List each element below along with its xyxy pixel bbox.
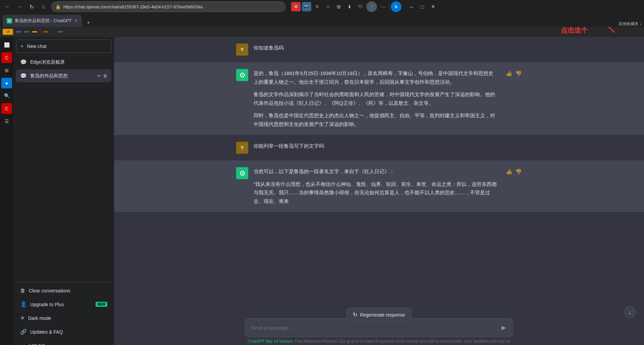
updates-label: Updates & FAQ bbox=[30, 329, 63, 335]
ai-para-1-0: 是的，鲁迅（1881年9月25日-1936年10月19日），原名周樟寿，字豫山，… bbox=[254, 69, 498, 86]
close-button[interactable]: ✕ bbox=[428, 2, 438, 11]
user-icon: 👤 bbox=[20, 301, 27, 307]
trash-icon-2: 🗑 bbox=[20, 288, 25, 294]
tab-close-icon[interactable]: ✕ bbox=[74, 18, 78, 23]
chevron-right-icon: › bbox=[640, 22, 641, 26]
ai-avatar-2: ⊙ bbox=[236, 167, 248, 179]
user-message-1: Y 你知道鲁迅吗 bbox=[114, 37, 644, 62]
user-message-2: Y 你能列举一段鲁迅写下的文字吗 bbox=[114, 135, 644, 160]
forward-icon: → bbox=[17, 4, 22, 10]
footer-text: ChatGPT Mar 14 Version. Free Research Pr… bbox=[245, 337, 513, 345]
profile-avatar[interactable]: 👤 bbox=[366, 1, 377, 12]
forward-button[interactable]: → bbox=[15, 2, 24, 11]
new-chat-button[interactable]: + New chat bbox=[16, 40, 111, 53]
bookmark-3[interactable] bbox=[24, 31, 29, 32]
trash-icon[interactable]: 🗑 bbox=[103, 73, 107, 78]
thumbup-button-2[interactable]: 👍 bbox=[506, 168, 513, 175]
message-input[interactable] bbox=[251, 325, 497, 331]
url-text: https://chat.openai.com/chat/a9155367-29… bbox=[63, 4, 281, 9]
edge-sidebar: ⬜ C ⊞ ● 🔍 C ☰ + bbox=[0, 37, 13, 345]
scroll-down-button[interactable]: ↓ bbox=[624, 306, 636, 318]
back-button[interactable]: ← bbox=[3, 2, 12, 11]
ai-para-1-1: 鲁迅的文学作品深刻揭示了当时社会的黑暗面和人民的苦难，对中国现代文学的发展产生了… bbox=[254, 90, 498, 107]
link-icon: 🔗 bbox=[20, 329, 27, 335]
maximize-button[interactable]: □ bbox=[418, 2, 427, 11]
toolbar-btn-shield[interactable]: 🛡 bbox=[356, 2, 365, 11]
edge-icon-tab[interactable]: ⬜ bbox=[1, 40, 12, 50]
address-bar[interactable]: 🔒 https://chat.openai.com/chat/a9155367-… bbox=[51, 1, 286, 12]
active-tab[interactable]: AI 鲁迅的作品和思想 - ChatGPT ✕ bbox=[3, 15, 82, 27]
send-button[interactable]: ▶ bbox=[500, 323, 507, 333]
toolbar-btn-download[interactable]: ⬇ bbox=[345, 2, 354, 11]
toolbar-btn-1[interactable]: ⚙ bbox=[291, 2, 301, 11]
more-button[interactable]: ⋯ bbox=[378, 2, 388, 11]
edge-icon-c2[interactable]: C bbox=[1, 103, 12, 114]
home-icon: ⌂ bbox=[42, 4, 45, 10]
regenerate-icon: ↻ bbox=[353, 312, 357, 318]
plus-icon: + bbox=[20, 43, 23, 49]
footer-description: . Free Research Preview. Our goal is to … bbox=[292, 339, 510, 345]
bing-button[interactable]: b bbox=[391, 1, 401, 12]
edge-icon-list[interactable]: ☰ bbox=[1, 116, 12, 127]
toolbar-btn-3[interactable]: ↻ bbox=[313, 2, 322, 11]
edge-icon-red[interactable]: C bbox=[1, 52, 12, 63]
chat-item-label-1: Edge浏览器截屏 bbox=[30, 59, 65, 65]
assistant-message-1: ⊙ 是的，鲁迅（1881年9月25日-1936年10月19日），原名周樟寿，字豫… bbox=[114, 62, 644, 135]
toolbar-btn-4[interactable]: ☆ bbox=[323, 2, 333, 11]
edit-icon[interactable]: ✏ bbox=[97, 73, 101, 78]
bookmark-7[interactable] bbox=[58, 31, 63, 32]
edge-icon-search[interactable]: 🔍 bbox=[1, 90, 12, 101]
dark-mode-label: Dark mode bbox=[28, 316, 51, 321]
sun-icon: ☀ bbox=[20, 315, 25, 321]
edge-icon-grid[interactable]: ⊞ bbox=[1, 65, 12, 76]
home-button[interactable]: ⌂ bbox=[39, 2, 48, 11]
back-icon: ← bbox=[5, 4, 10, 10]
sidebar-chat-item-luxun[interactable]: 💬 鲁迅的作品和思想 ✏ 🗑 bbox=[16, 69, 111, 82]
sidebar-chat-item-edge[interactable]: 💬 Edge浏览器截屏 bbox=[16, 56, 111, 69]
toolbar-btn-camera[interactable]: 📷 bbox=[302, 2, 311, 11]
annotation-text: 点击这个 bbox=[561, 27, 588, 35]
refresh-button[interactable]: ↻ bbox=[27, 2, 36, 11]
assistant-message-2: ⊙ 当然可以，以下是鲁迅的一段著名文字，来自于《狂人日记》： "我从来没有什么理… bbox=[114, 160, 644, 212]
user-avatar-2: Y bbox=[236, 142, 248, 154]
clear-conversations-label: Clear conversations bbox=[29, 288, 70, 293]
updates-faq-link[interactable]: 🔗 Updates & FAQ bbox=[16, 325, 111, 338]
edge-icon-plus[interactable]: + bbox=[1, 342, 12, 345]
version-link[interactable]: ChatGPT Mar 14 Version bbox=[248, 339, 293, 344]
chevron-down-icon: ↓ bbox=[629, 309, 632, 316]
upgrade-button[interactable]: 👤 Upgrade to Plus NEW bbox=[16, 298, 111, 311]
ai-message-actions-2: 👍 👎 bbox=[506, 167, 522, 175]
new-badge: NEW bbox=[96, 302, 107, 307]
thumbdown-button-1[interactable]: 👎 bbox=[515, 70, 522, 77]
chat-icon-2: 💬 bbox=[20, 73, 27, 79]
new-chat-label: New chat bbox=[27, 44, 46, 49]
bookmark-2[interactable] bbox=[16, 31, 21, 32]
bookmark-4[interactable] bbox=[32, 31, 37, 32]
edge-icon-active[interactable]: ● bbox=[1, 78, 12, 88]
clear-conversations-button[interactable]: 🗑 Clear conversations bbox=[16, 284, 111, 297]
annotation-arrow bbox=[588, 27, 621, 32]
logout-label: Log out bbox=[29, 343, 45, 345]
thumbdown-button-2[interactable]: 👎 bbox=[515, 168, 522, 175]
toolbar-btn-5[interactable]: ⊞ bbox=[334, 2, 343, 11]
send-icon: ▶ bbox=[501, 324, 506, 331]
ai-avatar-1: ⊙ bbox=[236, 69, 248, 81]
dark-mode-toggle[interactable]: ☀ Dark mode bbox=[16, 312, 111, 325]
user-message-text-1: 你知道鲁迅吗 bbox=[254, 44, 522, 52]
thumbup-button-1[interactable]: 👍 bbox=[506, 70, 513, 77]
refresh-icon: ↻ bbox=[30, 4, 34, 10]
minimize-button[interactable]: ─ bbox=[407, 2, 416, 11]
bing-label: b bbox=[395, 4, 397, 9]
bookmark-6[interactable] bbox=[51, 31, 55, 32]
tab-label: 鲁迅的作品和思想 - ChatGPT bbox=[15, 18, 72, 24]
ai-para-2-0: 当然可以，以下是鲁迅的一段著名文字，来自于《狂人日记》： bbox=[254, 167, 498, 176]
user-avatar-1: Y bbox=[236, 44, 248, 56]
ai-para-2-1: "我从来没有什么理想，也从不相信什么神仙、鬼怪、仙界、轮回、前生、来世、命运之类… bbox=[254, 180, 498, 206]
chat-icon-1: 💬 bbox=[20, 59, 27, 65]
bookmark-5[interactable] bbox=[43, 31, 48, 32]
bookmark-1[interactable]: 📌 bbox=[3, 29, 13, 35]
user-message-text-2: 你能列举一段鲁迅写下的文字吗 bbox=[254, 142, 522, 150]
logout-button[interactable]: → Log out bbox=[16, 339, 111, 345]
regenerate-popup[interactable]: ↻ Regenerate response bbox=[346, 308, 412, 322]
new-tab-button[interactable]: + bbox=[84, 17, 93, 27]
